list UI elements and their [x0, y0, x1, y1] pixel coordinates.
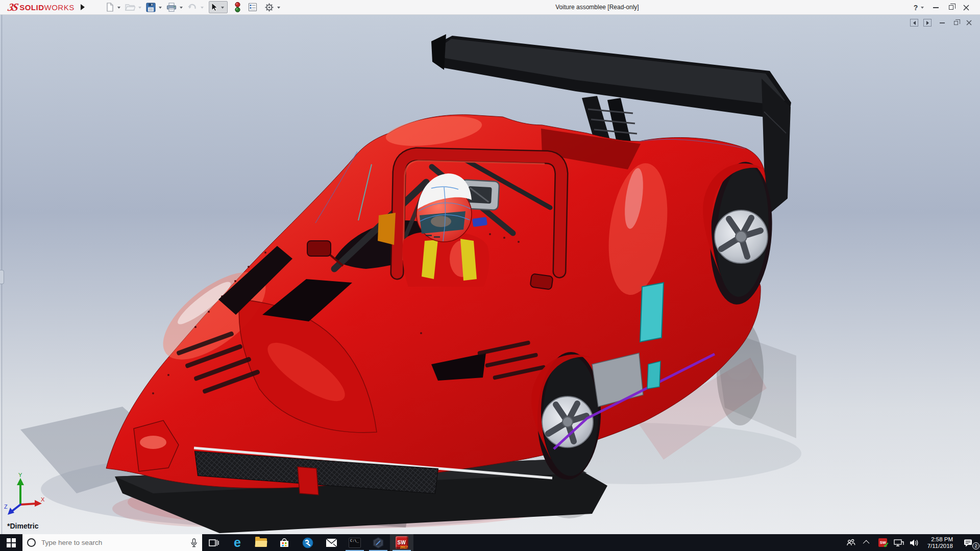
select-cursor-icon — [210, 3, 218, 12]
undo-icon — [187, 3, 198, 12]
taskbar-app-store[interactable] — [273, 534, 296, 551]
options-dropdown[interactable] — [277, 7, 280, 9]
windows-logo-icon — [7, 538, 16, 547]
restore-button[interactable] — [943, 0, 959, 15]
car-model-render — [0, 15, 980, 534]
store-icon — [279, 537, 290, 548]
file-properties-button[interactable] — [247, 1, 258, 14]
save-floppy-icon — [146, 3, 156, 12]
triad-z-label: Z — [4, 504, 8, 510]
solidworks-monitor-tray[interactable]: SW ✓ — [877, 534, 889, 551]
search-input[interactable] — [40, 538, 186, 547]
graphics-viewport[interactable]: Y X Z *Dimetric — [0, 15, 980, 534]
start-button[interactable] — [0, 534, 22, 551]
cortana-icon — [27, 538, 36, 547]
previous-document-button[interactable] — [910, 19, 918, 27]
check-icon: ✓ — [883, 541, 889, 549]
hexagon-app-icon — [372, 537, 384, 549]
chevron-up-icon — [863, 540, 870, 547]
task-view-button[interactable] — [202, 534, 226, 551]
select-tool-button[interactable] — [209, 1, 228, 13]
options-gear-icon — [264, 3, 274, 12]
panel-expand-tab[interactable] — [0, 270, 4, 284]
taskbar-app-mail[interactable] — [320, 534, 343, 551]
options-button[interactable] — [263, 1, 275, 14]
rebuild-traffic-light-icon — [234, 2, 241, 13]
document-restore-button[interactable] — [954, 21, 958, 25]
brand-name: SOLIDWORKS — [19, 3, 75, 12]
print-icon — [166, 3, 177, 12]
taskbar-app-file-explorer[interactable] — [249, 534, 273, 551]
tool-wrench-icon — [302, 537, 314, 549]
print-button[interactable] — [165, 1, 178, 14]
undo-dropdown[interactable] — [201, 7, 204, 9]
next-document-button[interactable] — [923, 19, 932, 27]
people-button[interactable] — [845, 534, 857, 551]
open-folder-icon — [125, 3, 135, 12]
triad-x-label: X — [41, 496, 45, 503]
close-icon — [963, 5, 969, 11]
open-dropdown[interactable] — [138, 7, 141, 9]
next-icon — [926, 21, 929, 25]
solidworks-app-icon: SW 2017 — [396, 536, 408, 549]
taskbar-app-solidworks[interactable]: SW 2017 — [390, 534, 413, 551]
network-button[interactable] — [893, 534, 905, 551]
taskbar-app-hexagon[interactable] — [366, 534, 390, 551]
window-controls: ? — [911, 0, 974, 15]
print-dropdown[interactable] — [180, 7, 183, 9]
task-view-icon — [209, 538, 219, 548]
tray-chevron-button[interactable] — [861, 534, 873, 551]
new-document-dropdown[interactable] — [117, 7, 120, 9]
quick-access-toolbar — [104, 1, 284, 14]
taskbar-app-command-prompt[interactable]: C:\_ — [343, 534, 366, 551]
edge-icon: e — [234, 536, 241, 549]
document-window-controls — [910, 19, 972, 27]
minimize-button[interactable] — [928, 0, 943, 15]
file-properties-icon — [248, 3, 257, 12]
network-icon — [894, 539, 904, 547]
taskbar-app-edge[interactable]: e — [226, 534, 249, 551]
solidworks-tray-icon: SW ✓ — [878, 538, 887, 547]
window-title: Voiture assomblee [Read-only] — [555, 4, 639, 11]
help-button[interactable]: ? — [911, 0, 921, 15]
action-center-button[interactable]: 2 — [960, 534, 977, 551]
undo-button[interactable] — [186, 1, 199, 14]
rebuild-button[interactable] — [233, 1, 242, 14]
taskbar: e C:\_ — [0, 534, 980, 551]
volume-icon — [910, 539, 919, 547]
help-dropdown[interactable] — [921, 7, 924, 9]
ds-3s-logo-icon: 3S — [7, 1, 19, 14]
new-document-icon — [105, 3, 114, 12]
close-button[interactable] — [959, 0, 974, 15]
action-center-icon — [964, 539, 973, 547]
taskbar-search[interactable] — [22, 534, 202, 551]
titlebar: 3S SOLIDWORKS — [0, 0, 980, 15]
command-prompt-icon: C:\_ — [349, 538, 361, 548]
taskbar-clock[interactable]: 2:58 PM 7/11/2018 — [924, 536, 956, 549]
select-dropdown[interactable] — [221, 7, 224, 9]
new-document-button[interactable] — [104, 1, 115, 14]
mail-icon — [326, 538, 337, 547]
open-button[interactable] — [124, 1, 136, 14]
menu-flyout-arrow-icon[interactable] — [81, 4, 85, 10]
notification-badge: 2 — [972, 542, 979, 549]
microphone-icon[interactable] — [190, 538, 198, 547]
clock-time: 2:58 PM — [927, 536, 953, 543]
triad-y-label: Y — [18, 473, 22, 478]
system-tray: SW ✓ 2:58 PM 7/11/2018 — [845, 534, 980, 551]
solidworks-logo: 3S SOLIDWORKS — [0, 1, 75, 14]
previous-icon — [913, 21, 916, 25]
reference-triad: Y X Z — [3, 473, 46, 516]
clock-date: 7/11/2018 — [927, 543, 953, 549]
document-close-button[interactable] — [966, 20, 972, 26]
save-dropdown[interactable] — [159, 7, 162, 9]
people-icon — [846, 539, 856, 547]
document-minimize-button[interactable] — [940, 22, 945, 23]
taskbar-app-tool[interactable] — [296, 534, 320, 551]
view-orientation-label: *Dimetric — [7, 522, 38, 530]
volume-button[interactable] — [909, 534, 921, 551]
save-button[interactable] — [145, 1, 157, 14]
file-explorer-icon — [255, 538, 267, 547]
